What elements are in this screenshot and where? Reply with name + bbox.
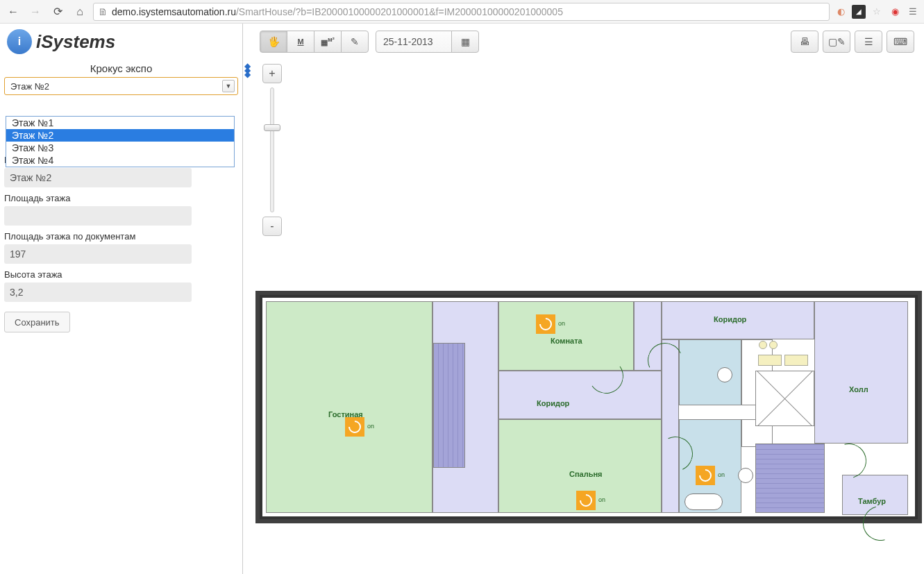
- zoom-out-button[interactable]: -: [262, 217, 282, 236]
- light-komnata-status: on: [558, 320, 565, 327]
- measure-icon: M: [297, 37, 303, 46]
- logo-icon: i: [7, 29, 32, 54]
- forward-button[interactable]: →: [26, 3, 44, 21]
- floor-dropdown[interactable]: Этаж №1 Этаж №2 Этаж №3 Этаж №4: [6, 116, 235, 167]
- floorplan[interactable]: Гостиная Комната Коридор Спальня Коридор: [255, 291, 922, 523]
- ext-icon-2[interactable]: ◢: [852, 5, 866, 19]
- building-title: Крокус экспо: [4, 60, 238, 77]
- floor-option-4[interactable]: Этаж №4: [6, 154, 234, 167]
- date-input[interactable]: 25-11-2013: [376, 31, 452, 53]
- corridor-label: Коридор: [537, 399, 569, 407]
- light-icon-bath[interactable]: [696, 466, 715, 485]
- light-icon-living[interactable]: [345, 417, 364, 437]
- menu-icon[interactable]: ☰: [906, 5, 920, 19]
- toolbar-right: 🖶 ▢✎ ☰ ⌨: [791, 31, 914, 53]
- hand-tool-button[interactable]: 🖐: [260, 31, 287, 53]
- ext-icon-3[interactable]: ◉: [888, 5, 902, 19]
- room-living[interactable]: [266, 301, 432, 513]
- floor-height-input[interactable]: [4, 282, 192, 302]
- url-text: demo.isystemsautomation.ru/SmartHouse/?b…: [112, 6, 563, 17]
- room-bedroom-label: Спальня: [569, 470, 603, 478]
- logo-text: iSystems: [36, 31, 115, 53]
- floor-name-input[interactable]: [4, 168, 192, 187]
- chevron-down-icon: ▼: [222, 80, 235, 92]
- fixture-block-1: [758, 355, 782, 366]
- fixture-block-2: [784, 355, 808, 366]
- doc-area-label: Площадь этажа по документам: [4, 226, 238, 244]
- floorplan-canvas[interactable]: Гостиная Комната Коридор Спальня Коридор: [260, 295, 918, 519]
- light-bedroom-status: on: [598, 496, 605, 503]
- calendar-icon: ▦: [461, 36, 470, 47]
- note-button[interactable]: ▢✎: [823, 31, 850, 53]
- splitter[interactable]: ◆◆◆: [243, 24, 250, 574]
- doc-area-input[interactable]: [4, 244, 192, 264]
- url-bar[interactable]: 🗎 demo.isystemsautomation.ru/SmartHouse/…: [93, 3, 830, 21]
- elevator-icon: [755, 371, 814, 426]
- extension-icons: ◐ ◢ ☆ ◉ ☰: [834, 5, 920, 19]
- stairs-1: [433, 343, 465, 468]
- floor-option-3[interactable]: Этаж №3: [6, 142, 234, 154]
- print-button[interactable]: 🖶: [791, 31, 818, 53]
- floor-select-value: Этаж №2: [10, 81, 49, 92]
- layout-button[interactable]: ⌨: [887, 31, 914, 53]
- layout-icon: ⌨: [893, 36, 907, 47]
- page-icon: 🗎: [98, 6, 108, 17]
- room-komnata-label: Комната: [551, 337, 582, 345]
- print-icon: 🖶: [800, 36, 809, 47]
- ext-icon-1[interactable]: ◐: [834, 5, 848, 19]
- bookmark-icon[interactable]: ☆: [870, 5, 884, 19]
- toolbar: 🖐 M ▦м² ✎ 25-11-2013 ▦ 🖶 ▢✎ ☰ ⌨: [260, 31, 914, 53]
- list-button[interactable]: ☰: [855, 31, 882, 53]
- list-icon: ☰: [864, 36, 873, 47]
- fixture-dot-1: [759, 341, 767, 349]
- stairs-2: [755, 444, 825, 513]
- edit-tool-button[interactable]: ✎: [341, 31, 369, 53]
- fixture-sink-1: [717, 367, 732, 382]
- floor-select[interactable]: Этаж №2 ▼: [4, 77, 238, 95]
- corridor2-label: Коридор: [714, 315, 746, 323]
- calendar-button[interactable]: ▦: [451, 31, 479, 53]
- floor-area-label: Площадь этажа: [4, 187, 238, 206]
- fixture-bath: [684, 493, 723, 510]
- reload-button[interactable]: ⟳: [49, 3, 67, 21]
- main-area: 🖐 M ▦м² ✎ 25-11-2013 ▦ 🖶 ▢✎ ☰ ⌨ + -: [250, 24, 924, 574]
- area-tool-button[interactable]: ▦м²: [314, 31, 342, 53]
- save-button[interactable]: Сохранить: [4, 312, 70, 332]
- zoom-in-button[interactable]: +: [262, 64, 282, 83]
- room-hall-label: Холл: [849, 385, 868, 394]
- fixture-sink-2: [738, 468, 753, 483]
- measure-tool-button[interactable]: M: [287, 31, 314, 53]
- logo: i iSystems: [4, 28, 238, 60]
- room-corridor-center[interactable]: [498, 371, 662, 419]
- zoom-control: + -: [262, 64, 282, 236]
- tool-group-modes: 🖐 M ▦м² ✎: [260, 31, 369, 53]
- light-icon-bedroom[interactable]: [576, 491, 596, 510]
- back-button[interactable]: ←: [4, 3, 22, 21]
- room-tambur-label: Тамбур: [858, 497, 886, 505]
- sidebar: i iSystems Крокус экспо Этаж №2 ▼ Назван…: [0, 24, 243, 574]
- splitter-handle-icon: ◆◆◆: [244, 64, 249, 76]
- light-living-status: on: [367, 423, 374, 430]
- date-group: 25-11-2013 ▦: [376, 31, 479, 53]
- floor-area-input[interactable]: [4, 206, 192, 226]
- browser-toolbar: ← → ⟳ ⌂ 🗎 demo.isystemsautomation.ru/Sma…: [0, 0, 924, 24]
- zoom-slider[interactable]: [270, 87, 274, 212]
- home-button[interactable]: ⌂: [71, 3, 89, 21]
- area-icon: ▦м²: [321, 36, 335, 47]
- note-icon: ▢✎: [828, 36, 846, 47]
- floor-option-2[interactable]: Этаж №2: [6, 129, 234, 142]
- floor-height-label: Высота этажа: [4, 264, 238, 282]
- zoom-thumb[interactable]: [264, 124, 280, 131]
- fixture-dot-2: [769, 341, 778, 349]
- floor-option-1[interactable]: Этаж №1: [6, 117, 234, 129]
- pencil-icon: ✎: [351, 36, 359, 47]
- light-icon-komnata[interactable]: [536, 314, 555, 334]
- light-bath-status: on: [718, 471, 725, 478]
- hand-icon: 🖐: [268, 36, 280, 47]
- room-hall[interactable]: [814, 301, 908, 444]
